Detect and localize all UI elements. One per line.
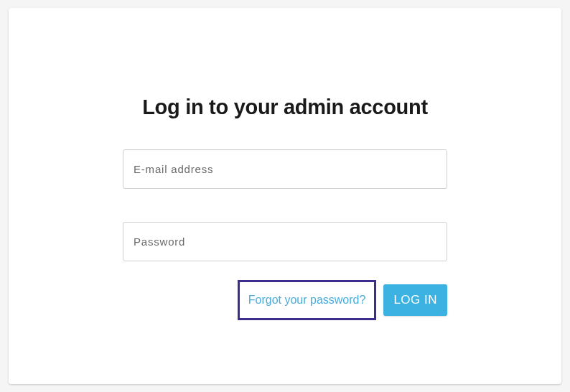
- password-field[interactable]: [123, 222, 447, 261]
- page-title: Log in to your admin account: [142, 95, 428, 119]
- login-button[interactable]: LOG IN: [383, 284, 447, 316]
- email-field[interactable]: [123, 149, 447, 189]
- forgot-password-link[interactable]: Forgot your password?: [238, 280, 377, 320]
- login-form: Forgot your password? LOG IN: [123, 149, 447, 320]
- login-card: Log in to your admin account Forgot your…: [9, 8, 561, 384]
- form-actions: Forgot your password? LOG IN: [123, 280, 447, 320]
